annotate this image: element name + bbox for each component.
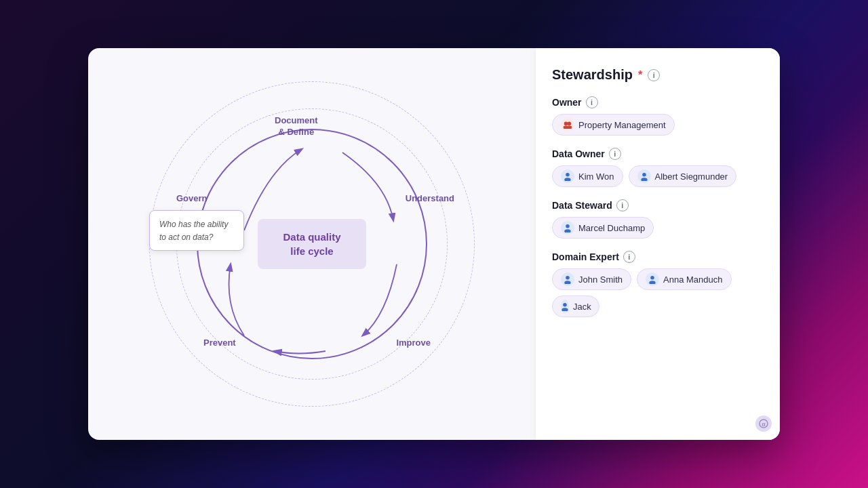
tooltip-govern: Who has the ability to act on data?: [149, 210, 244, 251]
svg-point-9: [564, 229, 570, 232]
stewardship-info-icon[interactable]: i: [648, 69, 660, 81]
panel-title-row: Stewardship * i: [552, 67, 764, 83]
svg-point-14: [563, 302, 567, 306]
svg-point-15: [561, 308, 568, 311]
owner-tag-label: Property Management: [578, 120, 666, 130]
svg-point-13: [649, 281, 655, 284]
diagram-section: Data quality life cycle Document& Define…: [88, 48, 536, 440]
data-owner-kim-label: Kim Won: [578, 171, 614, 182]
data-steward-tag-marcel[interactable]: Marcel Duchamp: [552, 217, 654, 239]
data-owner-info-icon[interactable]: i: [609, 148, 621, 160]
domain-expert-info-icon[interactable]: i: [623, 251, 635, 263]
owner-tag-property-management[interactable]: Property Management: [552, 114, 675, 136]
required-star: *: [638, 69, 642, 81]
owner-tags: Property Management: [552, 114, 764, 136]
user-icon-marcel: [561, 221, 574, 235]
domain-expert-jack-label: Jack: [573, 302, 591, 312]
domain-expert-anna-label: Anna Manduch: [663, 274, 722, 285]
user-icon-john: [561, 272, 574, 286]
svg-point-1: [568, 122, 572, 126]
user-icon-kim: [561, 169, 574, 183]
data-owner-section: Data Owner i Kim Won: [552, 148, 764, 187]
svg-text:α: α: [762, 421, 766, 428]
domain-expert-label: Domain Expert: [552, 251, 619, 262]
diagram-container: Data quality life cycle Document& Define…: [142, 75, 481, 413]
panel-title: Stewardship: [552, 67, 633, 83]
main-card: Data quality life cycle Document& Define…: [88, 48, 780, 440]
data-owner-tag-albert[interactable]: Albert Siegmunder: [629, 165, 737, 187]
svg-point-0: [564, 122, 568, 126]
data-owner-tag-kim-won[interactable]: Kim Won: [552, 165, 623, 187]
domain-expert-tag-john[interactable]: John Smith: [552, 268, 631, 290]
svg-point-8: [566, 224, 570, 228]
svg-point-4: [566, 172, 570, 176]
data-owner-albert-label: Albert Siegmunder: [655, 171, 728, 182]
user-icon-albert: [637, 169, 651, 183]
owner-info-icon[interactable]: i: [586, 96, 598, 108]
owner-section: Owner i Property Management: [552, 96, 764, 136]
svg-point-11: [564, 281, 570, 284]
label-document: Document& Define: [275, 115, 318, 138]
data-steward-tags: Marcel Duchamp: [552, 217, 764, 239]
watermark: α: [755, 415, 772, 432]
domain-expert-section: Domain Expert i John Smith: [552, 251, 764, 317]
owner-label: Owner: [552, 97, 582, 108]
lifecycle-center-label: Data quality life cycle: [258, 219, 366, 269]
domain-expert-john-label: John Smith: [578, 274, 623, 285]
svg-point-7: [641, 178, 647, 181]
domain-expert-tag-jack[interactable]: Jack: [552, 296, 599, 317]
domain-expert-label-row: Domain Expert i: [552, 251, 764, 263]
group-icon: [561, 118, 574, 131]
label-prevent: Prevent: [203, 338, 236, 349]
data-steward-section: Data Steward i Marcel Duchamp: [552, 199, 764, 239]
user-icon-jack: [561, 300, 569, 313]
data-steward-info-icon[interactable]: i: [616, 199, 629, 211]
data-steward-label: Data Steward: [552, 200, 612, 211]
data-owner-label-row: Data Owner i: [552, 148, 764, 160]
svg-point-12: [650, 275, 654, 279]
label-govern: Govern: [176, 193, 208, 205]
label-understand: Understand: [406, 193, 454, 205]
data-steward-marcel-label: Marcel Duchamp: [578, 223, 645, 233]
label-improve: Improve: [396, 338, 431, 349]
svg-point-6: [642, 172, 646, 176]
domain-expert-tags: John Smith Anna Manduch: [552, 268, 764, 317]
domain-expert-tag-anna[interactable]: Anna Manduch: [637, 268, 731, 290]
user-icon-anna: [646, 272, 659, 286]
stewardship-panel: Stewardship * i Owner i: [536, 48, 780, 440]
owner-label-row: Owner i: [552, 96, 764, 108]
data-owner-tags: Kim Won Albert Siegmunder: [552, 165, 764, 187]
svg-point-10: [566, 275, 570, 279]
svg-point-5: [564, 178, 570, 181]
data-owner-label: Data Owner: [552, 148, 605, 159]
data-steward-label-row: Data Steward i: [552, 199, 764, 211]
